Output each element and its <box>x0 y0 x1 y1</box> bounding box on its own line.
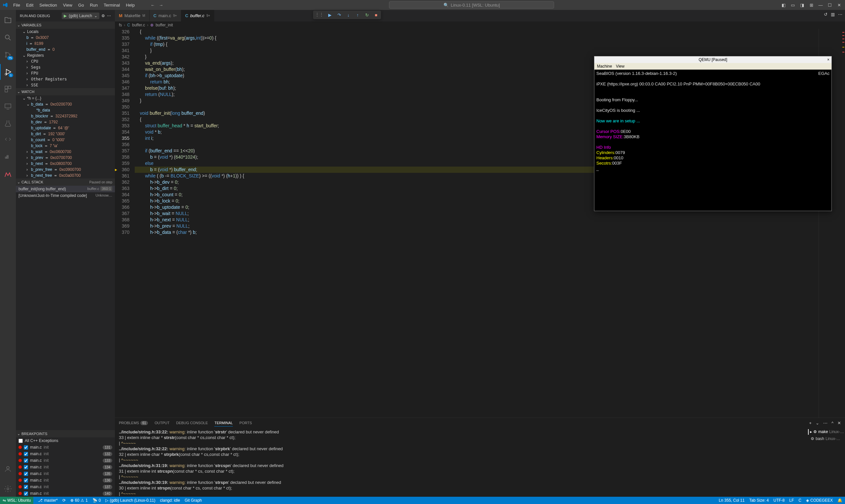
watch-root[interactable]: ⌄*h = {...} <box>16 95 115 101</box>
debug-toolbar[interactable]: ⋮⋮ ▶ ↷ ↓ ↑ ↻ ■ <box>313 11 381 19</box>
bp-checkbox[interactable] <box>24 472 28 476</box>
language-mode[interactable]: C <box>798 498 801 503</box>
breakpoint-item[interactable]: main.c init136 <box>16 477 115 484</box>
nav-back-icon[interactable]: ← <box>151 3 155 7</box>
terminal-content[interactable]: ../include/string.h:33:22: warning: inli… <box>115 428 845 497</box>
step-over-icon[interactable]: ↷ <box>336 12 342 18</box>
variable-item[interactable]: b = 0x3007 <box>16 35 115 40</box>
history-icon[interactable]: ↺ <box>824 12 828 17</box>
terminal-item-bash[interactable]: ⚙bash Linux-… <box>808 436 841 442</box>
split-editor-icon[interactable]: ▥ <box>831 12 835 17</box>
maximize-panel-icon[interactable]: ^ <box>831 420 833 426</box>
gear-icon[interactable]: ⚙ <box>101 14 105 18</box>
variables-section[interactable]: ⌄VARIABLES <box>16 21 115 29</box>
drag-handle-icon[interactable]: ⋮⋮ <box>315 12 324 18</box>
codegeex[interactable]: ◈CODEGEEX <box>806 498 833 503</box>
terminal-item-make[interactable]: ▸⚙make Linux-… <box>808 429 841 435</box>
breadcrumb-item[interactable]: fs <box>119 23 122 28</box>
sync-button[interactable]: ⟳ <box>63 498 66 503</box>
breakpoint-item[interactable]: main.c init134 <box>16 464 115 470</box>
layout-sidebar-right-icon[interactable]: ◨ <box>799 2 805 8</box>
bp-checkbox[interactable] <box>24 465 28 469</box>
source-control-icon[interactable]: 75 <box>0 47 16 63</box>
tab-terminal[interactable]: TERMINAL <box>214 419 233 427</box>
watch-item[interactable]: b_lock = 7 '\a' <box>16 143 115 149</box>
bp-checkbox[interactable] <box>24 445 28 450</box>
watch-item[interactable]: ›b_wait = 0xc0600700 <box>16 149 115 155</box>
close-panel-icon[interactable]: ✕ <box>838 420 841 426</box>
bp-checkbox[interactable] <box>24 458 28 463</box>
register-group[interactable]: ›CPU <box>16 58 115 64</box>
git-graph-status[interactable]: Git Graph <box>185 498 202 503</box>
git-pr-icon[interactable] <box>0 132 16 148</box>
search-sidebar-icon[interactable] <box>0 30 16 46</box>
breakpoint-item[interactable]: main.c init131 <box>16 444 115 451</box>
tab-output[interactable]: OUTPUT <box>155 419 169 426</box>
register-group[interactable]: ›FPU <box>16 70 115 76</box>
settings-gear-icon[interactable] <box>0 481 16 497</box>
editor-tab[interactable]: MMakefileM <box>115 10 150 21</box>
qemu-window[interactable]: QEMU [Paused] × Machine View SeaBIOS (ve… <box>594 56 832 211</box>
watch-item[interactable]: b_uptodate = 64 '@' <box>16 125 115 131</box>
menu-go[interactable]: Go <box>75 1 87 9</box>
watch-item[interactable]: ›b_next_free = 0xc0a00700 <box>16 173 115 178</box>
minimize-icon[interactable]: — <box>817 2 824 8</box>
qemu-menu-view[interactable]: View <box>616 64 624 69</box>
qemu-close-icon[interactable]: × <box>827 57 829 62</box>
bp-checkbox[interactable] <box>24 478 28 483</box>
run-debug-icon[interactable]: 1 <box>0 64 16 80</box>
maximize-icon[interactable]: ☐ <box>827 2 833 8</box>
remote-indicator[interactable]: ⇋WSL: Ubuntu <box>0 497 33 504</box>
breadcrumb-item[interactable]: buffer_init <box>156 23 173 28</box>
restart-icon[interactable]: ↻ <box>364 12 370 18</box>
menu-run[interactable]: Run <box>87 1 100 9</box>
menu-selection[interactable]: Selection <box>37 1 59 9</box>
remote-explorer-icon[interactable] <box>0 98 16 114</box>
cursor-position[interactable]: Ln 355, Col 11 <box>719 498 745 503</box>
more-icon[interactable]: ⋯ <box>823 420 828 426</box>
new-terminal-icon[interactable]: + <box>809 420 812 426</box>
step-into-icon[interactable]: ↓ <box>345 12 351 18</box>
docker-icon[interactable] <box>0 150 16 166</box>
watch-item[interactable]: ›b_prev_free = 0xc0900700 <box>16 166 115 173</box>
variable-item[interactable]: buffer_end = 0 <box>16 47 115 52</box>
watch-item[interactable]: b_blocknr = 3224372992 <box>16 113 115 119</box>
bp-allcpp[interactable]: All C++ Exceptions <box>16 437 115 444</box>
problems-status[interactable]: ⊗60 ⚠1 <box>70 498 88 503</box>
marscode-icon[interactable] <box>0 167 16 183</box>
watch-item[interactable]: ›b_prev = 0xc0700700 <box>16 155 115 161</box>
eol[interactable]: LF <box>789 498 794 503</box>
ports-status[interactable]: 📡0 <box>92 498 101 503</box>
explorer-icon[interactable] <box>0 13 16 29</box>
callstack-frame[interactable]: buffer_init(long buffer_end)buffer.c360:… <box>16 186 115 192</box>
step-out-icon[interactable]: ↑ <box>355 12 361 18</box>
notifications-icon[interactable]: 🔔 <box>838 498 842 503</box>
menu-edit[interactable]: Edit <box>23 1 36 9</box>
launch-config-select[interactable]: ▶ (gdb) Launch ⌄ <box>62 13 99 19</box>
git-branch[interactable]: ⎇master* <box>38 498 57 503</box>
tab-problems[interactable]: PROBLEMS61 <box>119 419 148 426</box>
watch-section[interactable]: ⌄WATCH <box>16 88 115 95</box>
editor-tab[interactable]: Cmain.c9+ <box>150 10 181 21</box>
locals-group[interactable]: ⌄Locals <box>16 29 115 35</box>
layout-sidebar-left-icon[interactable]: ◧ <box>780 2 787 8</box>
tab-debug-console[interactable]: DEBUG CONSOLE <box>176 419 208 426</box>
more-icon[interactable]: ⋯ <box>107 14 111 18</box>
layout-panel-icon[interactable]: ▭ <box>790 2 796 8</box>
testing-icon[interactable] <box>0 115 16 131</box>
breakpoint-item[interactable]: main.c init132 <box>16 451 115 457</box>
register-group[interactable]: ›Segs <box>16 64 115 70</box>
continue-icon[interactable]: ▶ <box>327 12 333 18</box>
callstack-frame[interactable]: [Unknown/Just-In-Time compiled code]Unkn… <box>16 192 115 199</box>
clangd-status[interactable]: clangd: idle <box>160 498 180 503</box>
watch-item[interactable]: b_count = 0 '\000' <box>16 137 115 143</box>
layout-customize-icon[interactable]: ⊞ <box>808 2 815 8</box>
register-group[interactable]: ›SSE <box>16 82 115 88</box>
breakpoint-item[interactable]: main.c init140 <box>16 490 115 497</box>
encoding[interactable]: UTF-8 <box>773 498 784 503</box>
breadcrumb-item[interactable]: buffer.c <box>132 23 145 28</box>
variable-item[interactable]: i = 8199 <box>16 40 115 47</box>
qemu-menu-machine[interactable]: Machine <box>597 64 612 69</box>
register-group[interactable]: ›Other Registers <box>16 76 115 82</box>
menu-terminal[interactable]: Terminal <box>101 1 122 9</box>
